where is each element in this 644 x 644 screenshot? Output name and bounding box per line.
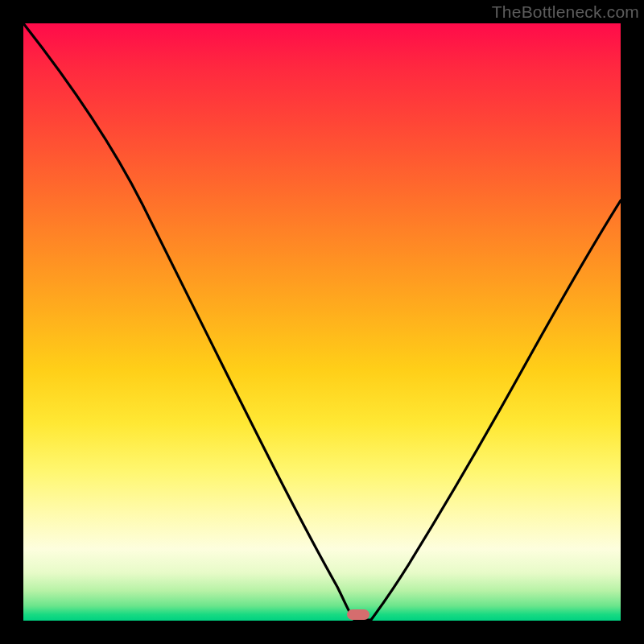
bottleneck-curve xyxy=(23,23,621,621)
watermark-text: TheBottleneck.com xyxy=(492,2,639,22)
curve-path xyxy=(23,23,621,620)
plot-area xyxy=(23,23,621,621)
optimal-point-marker xyxy=(347,609,369,620)
chart-frame: TheBottleneck.com xyxy=(0,0,644,644)
